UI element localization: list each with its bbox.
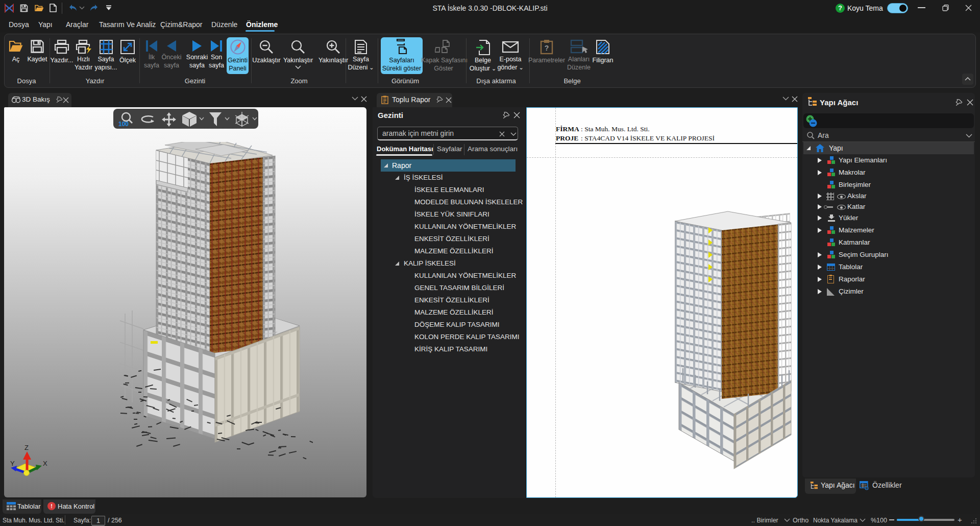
- svg-text:?: ?: [545, 44, 549, 52]
- svg-text:X: X: [43, 460, 47, 467]
- svg-text:Y: Y: [10, 460, 15, 467]
- svg-text:100: 100: [118, 121, 129, 127]
- svg-text:Z: Z: [24, 444, 29, 451]
